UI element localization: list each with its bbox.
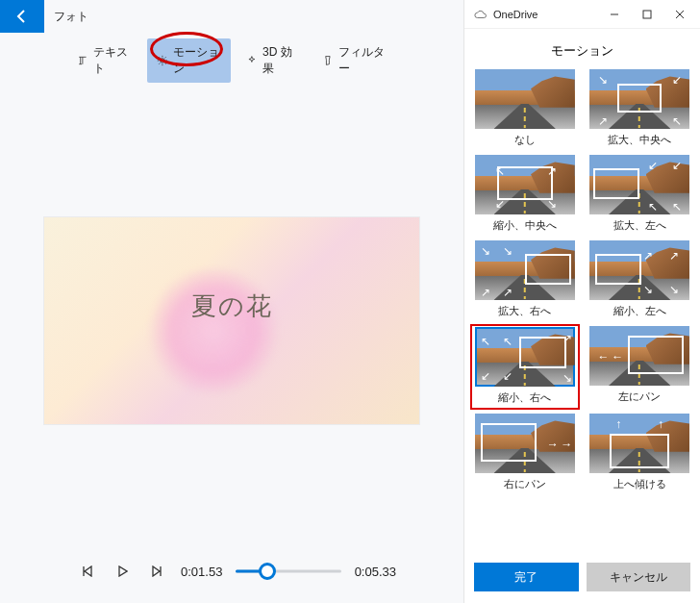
motion-tile-label: 拡大、右へ: [498, 300, 551, 320]
motion-thumb: ↖↖↙↙↗↘: [475, 327, 575, 387]
close-icon: [675, 10, 685, 19]
tool-text[interactable]: テキスト: [67, 38, 141, 83]
motion-tile-label: 上へ傾ける: [613, 473, 666, 493]
play-button[interactable]: [112, 561, 133, 582]
motion-thumb: ←←: [589, 326, 689, 386]
tool-motion[interactable]: モーション: [147, 38, 231, 83]
motion-grid-scroll[interactable]: なし ↘↙↗↖ 拡大、中央へ ↖↗↙↘ 縮小、中央へ ↙↙↖↖ 拡大、左へ ↘↘…: [464, 63, 700, 555]
cancel-button[interactable]: キャンセル: [587, 563, 691, 591]
preview-area: 夏の花: [0, 92, 463, 545]
motion-tile-label: 縮小、右へ: [498, 387, 551, 407]
play-icon: [116, 565, 128, 577]
done-button[interactable]: 完了: [474, 563, 579, 591]
motion-tile-label: 縮小、中央へ: [493, 214, 557, 235]
motion-tile-zoom-in-left[interactable]: ↙↙↖↖ 拡大、左へ: [588, 155, 693, 235]
motion-tile-label: 右にパン: [504, 473, 546, 493]
maximize-icon: [642, 10, 652, 19]
svg-point-0: [161, 59, 164, 63]
current-time: 0:01.53: [181, 565, 222, 579]
motion-thumb: ↘↙↗↖: [589, 69, 689, 129]
motion-tile-tilt-up[interactable]: ↑↑ 上へ傾ける: [588, 414, 693, 493]
preview-image: [146, 268, 281, 393]
playback-bar: 0:01.53 0:05.33: [0, 545, 463, 603]
motion-tile-zoom-out-left[interactable]: ↗↗↘↘ 縮小、左へ: [588, 240, 693, 320]
step-forward-icon: [151, 565, 162, 577]
step-back-icon: [82, 565, 93, 577]
editor-panel: フォト テキスト モーション 3D 効果 フィルター 夏の花 0:01.53: [0, 0, 463, 603]
motion-tile-pan-right[interactable]: →→ 右にパン: [472, 414, 578, 493]
motion-tile-label: 縮小、左へ: [613, 300, 666, 320]
filter-icon: [322, 54, 334, 67]
panel-titlebar: OneDrive: [464, 0, 700, 29]
minimize-icon: [610, 10, 619, 19]
back-button[interactable]: [0, 0, 44, 33]
toolbar: テキスト モーション 3D 効果 フィルター: [0, 33, 463, 92]
motion-tile-zoom-out-right[interactable]: ↖↖↙↙↗↘ 縮小、右へ: [472, 326, 578, 408]
motion-grid: なし ↘↙↗↖ 拡大、中央へ ↖↗↙↘ 縮小、中央へ ↙↙↖↖ 拡大、左へ ↘↘…: [472, 69, 692, 493]
tool-3d-effects[interactable]: 3D 効果: [237, 38, 307, 83]
maximize-button[interactable]: [631, 1, 663, 28]
app-title: フォト: [44, 9, 88, 25]
tool-filter-label: フィルター: [338, 44, 387, 77]
prev-frame-button[interactable]: [77, 561, 98, 582]
minimize-button[interactable]: [598, 1, 631, 28]
panel-title: モーション: [464, 29, 700, 63]
tool-3d-label: 3D 効果: [262, 44, 297, 77]
motion-panel: OneDrive モーション なし ↘↙↗↖ 拡大、中央へ ↖↗↙↘ 縮小、中央…: [463, 0, 700, 603]
text-icon: [77, 54, 88, 67]
motion-tile-zoom-in-right[interactable]: ↘↘↗↗ 拡大、右へ: [472, 240, 578, 320]
arrow-left-icon: [14, 9, 30, 24]
sparkle-icon: [246, 54, 258, 67]
motion-thumb: ↖↗↙↘: [475, 155, 575, 214]
tool-filter[interactable]: フィルター: [312, 38, 396, 83]
motion-tile-label: なし: [514, 129, 536, 149]
motion-tile-pan-left[interactable]: ←← 左にパン: [588, 326, 693, 408]
panel-footer: 完了 キャンセル: [464, 555, 700, 603]
svg-rect-1: [643, 11, 651, 18]
motion-thumb: [475, 69, 575, 129]
motion-tile-none[interactable]: なし: [472, 69, 578, 149]
motion-thumb: →→: [475, 414, 575, 473]
motion-thumb: ↙↙↖↖: [589, 155, 689, 214]
motion-tile-label: 左にパン: [618, 386, 661, 406]
tool-motion-label: モーション: [173, 44, 221, 77]
motion-tile-label: 拡大、左へ: [613, 214, 666, 235]
tool-text-label: テキスト: [93, 44, 132, 77]
slider-thumb[interactable]: [259, 563, 276, 580]
next-frame-button[interactable]: [146, 561, 167, 582]
total-time: 0:05.33: [355, 565, 396, 579]
cloud-icon: [474, 8, 488, 21]
video-preview[interactable]: 夏の花: [44, 217, 419, 424]
motion-tile-label: 拡大、中央へ: [608, 129, 671, 149]
close-button[interactable]: [663, 1, 696, 28]
seek-slider[interactable]: [236, 562, 340, 581]
motion-thumb: ↗↗↘↘: [589, 240, 689, 300]
motion-thumb: ↘↘↗↗: [475, 240, 575, 300]
panel-provider: OneDrive: [493, 9, 598, 20]
preview-caption: 夏の花: [191, 289, 273, 323]
titlebar: フォト: [0, 0, 463, 33]
motion-thumb: ↑↑: [589, 414, 689, 473]
motion-icon: [157, 54, 168, 67]
motion-tile-zoom-in-center[interactable]: ↘↙↗↖ 拡大、中央へ: [588, 69, 693, 149]
motion-tile-zoom-out-center[interactable]: ↖↗↙↘ 縮小、中央へ: [472, 155, 578, 235]
